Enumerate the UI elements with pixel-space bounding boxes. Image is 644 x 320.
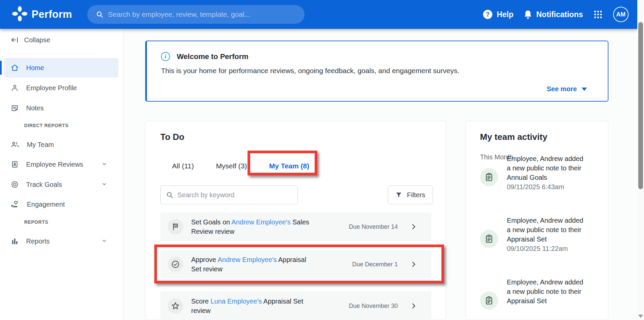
employee-link[interactable]: Andrew Employee's [218,256,277,263]
scrollbar-down-arrow-icon[interactable] [638,315,643,318]
sidebar-item-my-team[interactable]: My Team [4,135,118,154]
sidebar-section-direct-reports: DIRECT REPORTS [24,123,68,128]
sidebar-item-notes[interactable]: Notes [4,98,118,118]
star-icon [168,298,183,314]
task-text: Approve Andrew Employee's Appraisal Set … [191,255,309,274]
svg-text:?: ? [486,11,489,18]
flag-icon [168,219,183,234]
sidebar-item-home[interactable]: Home [4,58,118,77]
task-row-approve[interactable]: Approve Andrew Employee's Appraisal Set … [160,250,431,279]
people-icon [11,141,19,149]
hand-heart-icon [11,200,19,208]
chevron-down-icon[interactable] [102,237,107,245]
clipboard-icon [480,230,498,248]
todo-card: To Do All (11) Myself (3) My Team (8) Fi… [145,121,446,320]
task-due-date: Due November 14 [349,223,398,230]
tab-all[interactable]: All (11) [171,157,195,175]
welcome-body: This is your home for performance review… [161,67,459,75]
sidebar-divider [4,54,97,54]
sidebar: Collapse Home Employee Profile Notes DIR… [0,29,123,320]
check-circle-icon [168,257,183,272]
collapse-label: Collapse [24,36,50,44]
scrollbar-thumb[interactable] [638,22,643,189]
target-icon [11,180,19,189]
caret-down-icon [582,88,587,91]
employee-link[interactable]: Andrew Employee's [231,218,290,226]
bell-icon [524,10,532,19]
sidebar-item-engagement[interactable]: Engagement [4,195,118,214]
activity-timestamp: 09/10/2025 11:22am [507,244,584,253]
app-logo[interactable]: Perform [12,0,72,29]
clipboard-icon [480,291,498,310]
chevron-right-icon[interactable] [410,302,417,310]
chevron-right-icon[interactable] [410,261,417,268]
employee-link[interactable]: Luna Employee's [211,298,262,305]
global-search [87,5,305,24]
notifications-button[interactable]: Notifications [524,10,583,19]
app-grid-button[interactable] [593,9,603,19]
keyword-search [160,185,298,204]
perform-flower-icon [12,6,28,23]
activity-text: Employee, Andrew added a new public note… [507,277,584,310]
search-icon [166,191,173,199]
task-row-set-goals[interactable]: Set Goals on Andrew Employee's Sales Rev… [160,212,431,241]
grid-icon [593,9,603,19]
chevron-right-icon[interactable] [410,223,417,230]
activity-text: Employee, Andrew added a new public note… [507,154,584,192]
sidebar-section-reports: REPORTS [24,219,48,225]
person-icon [11,84,19,92]
brand-name: Perform [32,8,72,20]
global-search-input[interactable] [103,5,305,24]
collapse-icon [11,36,19,44]
sidebar-item-reports[interactable]: Reports [4,231,118,251]
todo-title: To Do [160,132,184,142]
task-due-date: Due December 1 [352,261,398,268]
task-due-date: Due November 30 [349,303,398,310]
top-navbar: Perform ? Help Notifications [0,0,637,29]
clipboard-icon [480,168,498,186]
collapse-button[interactable]: Collapse [11,34,50,46]
task-text: Score Luna Employee's Appraisal Set revi… [191,297,309,315]
activity-title: My team activity [480,132,547,142]
my-team-activity-card: My team activity This Month Employee, An… [466,121,608,320]
chevron-down-icon[interactable] [102,161,107,168]
search-icon [96,11,103,18]
help-icon: ? [483,9,493,19]
activity-item: Employee, Andrew added a new public note… [480,216,597,253]
bar-chart-icon [11,237,19,245]
help-label: Help [497,10,514,19]
activity-item: Employee, Andrew added a new public note… [480,154,597,192]
sidebar-item-employee-profile[interactable]: Employee Profile [4,78,118,98]
todo-tabs: All (11) Myself (3) My Team (8) [171,157,311,175]
filters-button[interactable]: Filters [388,185,433,204]
user-avatar[interactable]: AM [613,7,629,22]
task-text: Set Goals on Andrew Employee's Sales Rev… [191,217,309,236]
activity-item: Employee, Andrew added a new public note… [480,277,597,310]
chevron-down-icon[interactable] [102,181,107,189]
keyword-search-input[interactable] [173,186,298,204]
note-icon [11,104,19,112]
help-button[interactable]: ? Help [483,9,514,19]
badge-icon [11,160,19,168]
activity-timestamp: 09/11/2025 6:43am [507,182,584,192]
activity-text: Employee, Andrew added a new public note… [507,216,584,253]
welcome-title: Welcome to Perform [177,52,249,61]
task-row-score[interactable]: Score Luna Employee's Appraisal Set revi… [160,291,431,320]
info-icon: i [161,52,170,61]
sidebar-item-track-goals[interactable]: Track Goals [4,175,118,194]
notifications-label: Notifications [536,10,583,19]
filter-funnel-icon [395,192,402,198]
page-scrollbar [637,0,644,320]
navbar-actions: ? Help Notifications AM [483,0,629,29]
tab-my-team[interactable]: My Team (8) [268,157,311,175]
sidebar-item-employee-reviews[interactable]: Employee Reviews [4,155,118,174]
tab-myself[interactable]: Myself (3) [215,157,248,175]
welcome-banner: i Welcome to Perform This is your home f… [145,41,608,102]
home-icon [11,64,19,72]
see-more-button[interactable]: See more [547,85,587,93]
